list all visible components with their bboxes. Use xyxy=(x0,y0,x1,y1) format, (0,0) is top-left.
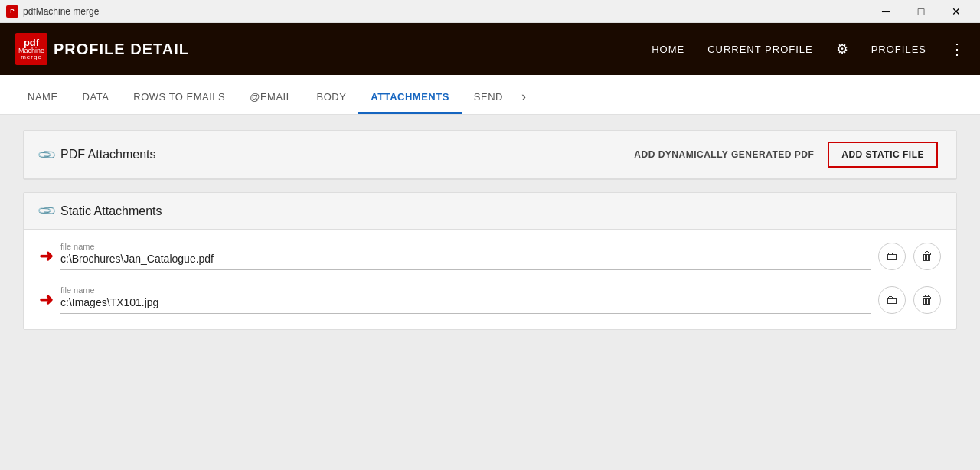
close-button[interactable]: ✕ xyxy=(939,0,974,23)
file-label-1: file name xyxy=(60,242,871,251)
folder-icon-1: 🗀 xyxy=(886,250,898,263)
file-input-2: file name c:\Images\TX101.jpg xyxy=(60,286,871,314)
arrow-indicator-1: ➜ xyxy=(39,246,53,266)
tab-more-icon[interactable]: › xyxy=(515,89,532,114)
more-icon[interactable]: ⋮ xyxy=(949,40,965,58)
nav-profiles[interactable]: PROFILES xyxy=(871,44,926,55)
pdf-attachments-header: 📎 PDF Attachments ADD DYNAMICALLY GENERA… xyxy=(24,131,956,179)
static-clip-icon: 📎 xyxy=(36,201,57,222)
static-attachments-body: ➜ file name c:\Brochures\Jan_Catalogue.p… xyxy=(24,230,956,329)
pdf-attachments-section: 📎 PDF Attachments ADD DYNAMICALLY GENERA… xyxy=(23,130,957,180)
tab-rows-to-emails[interactable]: ROWS TO EMAILS xyxy=(121,91,237,114)
delete-button-1[interactable]: 🗑 xyxy=(913,243,941,270)
pdf-attachments-label: PDF Attachments xyxy=(60,148,156,162)
file-row-2: ➜ file name c:\Images\TX101.jpg 🗀 🗑 xyxy=(39,286,941,314)
minimize-button[interactable]: ─ xyxy=(868,0,903,23)
tab-attachments[interactable]: ATTACHMENTS xyxy=(358,91,462,114)
file-input-1: file name c:\Brochures\Jan_Catalogue.pdf xyxy=(60,242,871,270)
file-row-1: ➜ file name c:\Brochures\Jan_Catalogue.p… xyxy=(39,242,941,270)
pdf-attachments-actions: ADD DYNAMICALLY GENERATED PDF ADD STATIC… xyxy=(620,142,941,168)
nav-current-profile[interactable]: CURRENT PROFILE xyxy=(707,44,813,55)
arrow-indicator-2: ➜ xyxy=(39,290,53,310)
tab-send[interactable]: SEND xyxy=(462,91,515,114)
browse-button-2[interactable]: 🗀 xyxy=(878,286,906,314)
tab-data[interactable]: DATA xyxy=(70,91,122,114)
tab-email[interactable]: @EMAIL xyxy=(237,91,304,114)
tab-body[interactable]: BODY xyxy=(304,91,358,114)
title-bar-info: P pdfMachine merge xyxy=(6,5,99,18)
header-nav: HOME CURRENT PROFILE ⚙ PROFILES ⋮ xyxy=(652,40,965,58)
main-content: 📎 PDF Attachments ADD DYNAMICALLY GENERA… xyxy=(0,115,980,470)
logo-box: pdf Machine merge xyxy=(15,33,47,65)
delete-button-2[interactable]: 🗑 xyxy=(913,286,941,314)
add-static-file-button[interactable]: ADD STATIC FILE xyxy=(828,142,938,168)
file-value-2: c:\Images\TX101.jpg xyxy=(60,296,871,308)
folder-icon-2: 🗀 xyxy=(886,293,898,307)
page-title: PROFILE DETAIL xyxy=(54,41,189,58)
file-label-2: file name xyxy=(60,286,871,295)
file-value-1: c:\Brochures\Jan_Catalogue.pdf xyxy=(60,253,871,265)
static-attachments-title: 📎 Static Attachments xyxy=(39,204,162,218)
title-bar: P pdfMachine merge ─ □ ✕ xyxy=(0,0,980,23)
static-attachments-section: 📎 Static Attachments ➜ file name c:\Broc… xyxy=(23,192,957,330)
pdf-attachments-title: 📎 PDF Attachments xyxy=(39,148,156,162)
tab-bar: NAME DATA ROWS TO EMAILS @EMAIL BODY ATT… xyxy=(0,75,980,115)
maximize-button[interactable]: □ xyxy=(903,0,939,23)
trash-icon-1: 🗑 xyxy=(921,250,933,263)
logo-merge: merge xyxy=(21,54,42,60)
header: pdf Machine merge PROFILE DETAIL HOME CU… xyxy=(0,23,980,75)
trash-icon-2: 🗑 xyxy=(921,293,933,307)
tab-name[interactable]: NAME xyxy=(15,91,70,114)
window-controls: ─ □ ✕ xyxy=(868,0,974,23)
logo-area: pdf Machine merge PROFILE DETAIL xyxy=(15,33,189,65)
static-attachments-label: Static Attachments xyxy=(60,204,162,218)
app-title: pdfMachine merge xyxy=(23,6,99,17)
nav-home[interactable]: HOME xyxy=(652,44,684,55)
gear-icon[interactable]: ⚙ xyxy=(836,41,848,57)
clip-icon: 📎 xyxy=(36,144,57,165)
static-attachments-header: 📎 Static Attachments xyxy=(24,193,956,230)
add-dynamic-pdf-button[interactable]: ADD DYNAMICALLY GENERATED PDF xyxy=(620,142,828,168)
browse-button-1[interactable]: 🗀 xyxy=(878,243,906,270)
app-logo-small: P xyxy=(6,5,18,18)
